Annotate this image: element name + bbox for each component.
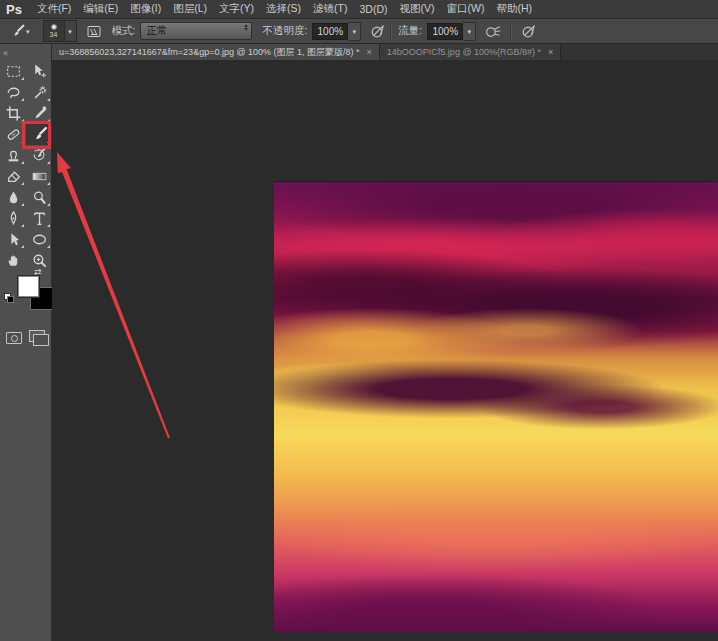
lasso-tool[interactable] xyxy=(0,82,26,103)
ellipse-icon xyxy=(31,231,48,248)
opacity-label: 不透明度: xyxy=(262,24,307,38)
menu-type[interactable]: 文字(Y) xyxy=(213,2,260,16)
tab-title: u=368856023,327141667&fm=23&gp=0.jpg @ 1… xyxy=(59,46,360,59)
selection-arrow-icon xyxy=(5,231,22,248)
close-icon[interactable]: × xyxy=(548,47,553,57)
eraser-tool[interactable] xyxy=(0,166,26,187)
quick-mask-mode-button[interactable] xyxy=(6,332,22,344)
spinner-arrows-icon: ▴▾ xyxy=(244,24,247,31)
opacity-input[interactable]: 100% xyxy=(312,23,348,40)
brush-tool-highlight-box xyxy=(22,121,51,149)
divider xyxy=(390,22,392,40)
chevron-down-icon: ▾ xyxy=(68,28,72,35)
pressure-size-icon[interactable] xyxy=(520,23,537,40)
photoshop-logo: Ps xyxy=(6,2,22,17)
default-colors-icon[interactable] xyxy=(4,293,13,302)
chevron-down-icon: ▾ xyxy=(353,28,357,35)
menu-help[interactable]: 帮助(H) xyxy=(490,2,538,16)
gradient-icon xyxy=(31,168,48,185)
tools-grid xyxy=(0,61,51,271)
pen-icon xyxy=(5,210,22,227)
move-tool[interactable] xyxy=(26,61,52,82)
tool-options-bar: ▾ 34 ▾ 模式: 正常 ▴▾ 不透明度: 100% ▾ 流量: 100% ▾ xyxy=(0,19,718,44)
menu-view[interactable]: 视图(V) xyxy=(394,2,441,16)
type-icon xyxy=(31,210,48,227)
tab-document-2[interactable]: 14bOOOPICf5.jpg @ 100%(RGB/8#) * × xyxy=(380,44,561,60)
color-swatches: ⇄ xyxy=(0,267,52,323)
opacity-dropdown[interactable]: ▾ xyxy=(348,22,361,41)
menu-filter[interactable]: 滤镜(T) xyxy=(307,2,353,16)
brush-tip-preview[interactable]: 34 xyxy=(43,20,65,42)
blend-mode-value: 正常 xyxy=(146,24,167,38)
magic-wand-tool[interactable] xyxy=(26,82,52,103)
divider xyxy=(510,22,512,40)
move-icon xyxy=(31,63,48,80)
quick-mask-icon xyxy=(11,335,18,342)
rectangular-marquee-icon xyxy=(5,63,22,80)
airbrush-icon[interactable] xyxy=(484,23,502,40)
brush-size-value: 34 xyxy=(50,31,58,38)
toggle-brush-panel-icon[interactable] xyxy=(86,24,102,39)
eyedropper-icon xyxy=(31,105,48,122)
pen-tool[interactable] xyxy=(0,208,26,229)
tab-title: 14bOOOPICf5.jpg @ 100%(RGB/8#) * xyxy=(387,47,541,57)
ellipse-shape-tool[interactable] xyxy=(26,229,52,250)
toolbar-collapse-button[interactable]: « xyxy=(0,44,51,61)
chevron-down-icon: ▾ xyxy=(26,28,30,35)
lasso-icon xyxy=(5,84,22,101)
chevron-down-icon: ▾ xyxy=(468,28,472,35)
tool-preset-picker[interactable]: ▾ xyxy=(6,22,33,41)
menu-image[interactable]: 图像(I) xyxy=(124,2,167,16)
blur-drop-icon xyxy=(5,189,22,206)
flow-dropdown[interactable]: ▾ xyxy=(463,22,476,41)
rectangular-marquee-tool[interactable] xyxy=(0,61,26,82)
type-tool[interactable] xyxy=(26,208,52,229)
close-icon[interactable]: × xyxy=(367,47,372,57)
menu-bar: Ps 文件(F) 编辑(E) 图像(I) 图层(L) 文字(Y) 选择(S) 滤… xyxy=(0,0,718,19)
healing-brush-icon xyxy=(5,126,22,143)
sunset-photo-canvas[interactable] xyxy=(274,181,718,632)
screen-mode-button[interactable] xyxy=(29,330,45,342)
menu-select[interactable]: 选择(S) xyxy=(260,2,307,16)
menu-edit[interactable]: 编辑(E) xyxy=(77,2,124,16)
flow-label: 流量: xyxy=(398,24,422,38)
menu-window[interactable]: 窗口(W) xyxy=(441,2,491,16)
menu-3d[interactable]: 3D(D) xyxy=(354,3,394,15)
dodge-tool[interactable] xyxy=(26,187,52,208)
dodge-icon xyxy=(31,189,48,206)
menu-layer[interactable]: 图层(L) xyxy=(167,2,213,16)
document-tab-bar: u=368856023,327141667&fm=23&gp=0.jpg @ 1… xyxy=(52,44,718,60)
tab-document-1[interactable]: u=368856023,327141667&fm=23&gp=0.jpg @ 1… xyxy=(52,44,380,60)
mode-label: 模式: xyxy=(112,24,136,38)
path-selection-tool[interactable] xyxy=(0,229,26,250)
brush-preset-icon xyxy=(9,23,26,40)
flow-input[interactable]: 100% xyxy=(427,23,463,40)
blur-tool[interactable] xyxy=(0,187,26,208)
clone-stamp-icon xyxy=(5,147,22,164)
brush-tip-icon xyxy=(51,24,57,30)
brush-picker-dropdown[interactable]: ▾ xyxy=(65,20,77,42)
foreground-color-swatch[interactable] xyxy=(17,275,40,298)
pressure-opacity-icon[interactable] xyxy=(369,23,386,40)
magic-wand-icon xyxy=(31,84,48,101)
blend-mode-select[interactable]: 正常 ▴▾ xyxy=(140,22,252,40)
gradient-tool[interactable] xyxy=(26,166,52,187)
eraser-icon xyxy=(5,168,22,185)
history-brush-icon xyxy=(31,147,48,164)
crop-icon xyxy=(5,105,22,122)
menu-file[interactable]: 文件(F) xyxy=(31,2,77,16)
